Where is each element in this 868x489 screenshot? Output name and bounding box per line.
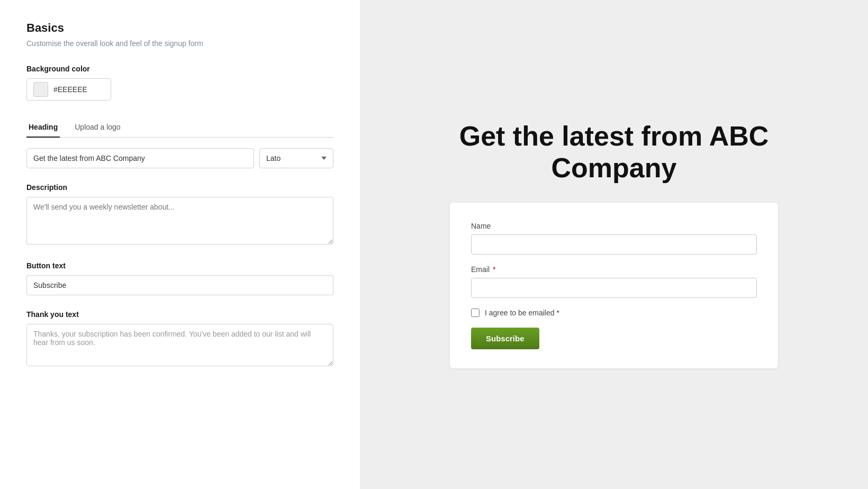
- agree-checkbox-row: I agree to be emailed *: [471, 309, 757, 317]
- checkbox-required-marker: *: [555, 309, 559, 317]
- agree-checkbox[interactable]: [471, 309, 480, 317]
- left-panel: Basics Customise the overall look and fe…: [0, 0, 360, 489]
- right-panel: Get the latest from ABC Company Name Ema…: [360, 0, 868, 489]
- tab-heading[interactable]: Heading: [26, 117, 60, 138]
- preview-form-card: Name Email * I agree to be emailed * Sub…: [450, 203, 778, 368]
- preview-container: Get the latest from ABC Company Name Ema…: [450, 121, 778, 369]
- email-input[interactable]: [471, 278, 757, 298]
- button-text-input[interactable]: [26, 275, 333, 295]
- background-color-picker[interactable]: #EEEEEE: [26, 78, 111, 101]
- heading-text-input[interactable]: [26, 148, 254, 168]
- thank-you-section: Thank you text: [26, 310, 333, 368]
- email-label: Email *: [471, 265, 757, 274]
- section-title: Basics: [26, 21, 333, 35]
- name-label: Name: [471, 222, 757, 230]
- name-input[interactable]: [471, 234, 757, 255]
- background-color-label: Background color: [26, 65, 333, 73]
- button-text-label: Button text: [26, 261, 333, 270]
- heading-tabs: Heading Upload a logo: [26, 117, 333, 138]
- description-textarea[interactable]: [26, 197, 333, 245]
- color-value: #EEEEEE: [53, 85, 87, 94]
- font-select[interactable]: Lato Arial Georgia Times New Roman Verda…: [259, 148, 333, 168]
- heading-row: Lato Arial Georgia Times New Roman Verda…: [26, 148, 333, 168]
- tab-upload-logo[interactable]: Upload a logo: [73, 117, 122, 138]
- color-swatch: [33, 82, 48, 97]
- thank-you-label: Thank you text: [26, 310, 333, 319]
- agree-label: I agree to be emailed *: [485, 309, 559, 317]
- email-required-marker: *: [491, 265, 495, 274]
- section-subtitle: Customise the overall look and feel of t…: [26, 39, 333, 48]
- email-field-group: Email *: [471, 265, 757, 298]
- description-label: Description: [26, 183, 333, 192]
- button-text-section: Button text: [26, 261, 333, 295]
- name-field-group: Name: [471, 222, 757, 255]
- preview-heading: Get the latest from ABC Company: [450, 121, 778, 184]
- description-section: Description: [26, 183, 333, 247]
- subscribe-button[interactable]: Subscribe: [471, 328, 539, 349]
- thank-you-textarea[interactable]: [26, 324, 333, 366]
